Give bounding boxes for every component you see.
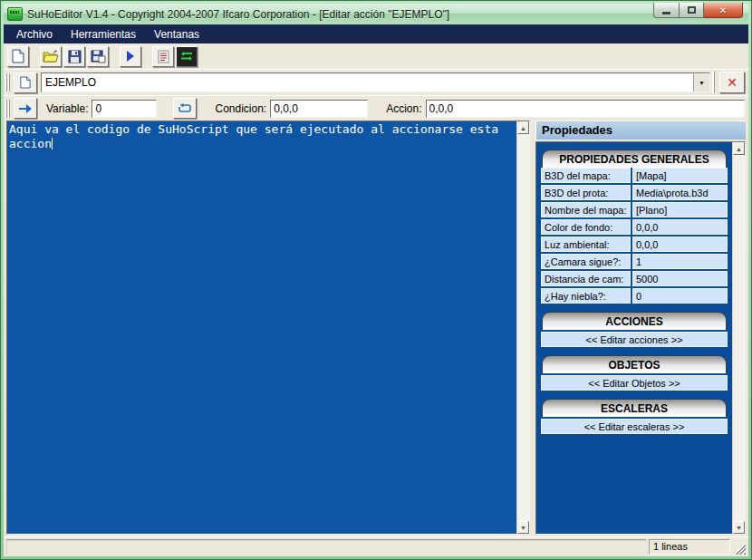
editor-scrollbar[interactable]: ▲ ▼ xyxy=(516,121,529,534)
rebar-gripper[interactable] xyxy=(5,100,10,118)
property-value[interactable]: Media\prota.b3d xyxy=(632,185,728,200)
save-as-button[interactable] xyxy=(87,46,109,67)
run-icon xyxy=(126,51,135,62)
code-editor[interactable]: Aqui va el codigo de SuHoScript que será… xyxy=(7,121,516,534)
property-value[interactable]: 1 xyxy=(632,254,728,269)
line-count: 1 lineas xyxy=(649,539,730,555)
property-value[interactable]: 0,0,0 xyxy=(632,237,728,252)
property-value[interactable]: 0 xyxy=(632,288,728,304)
property-row: Luz ambiental:0,0,0 xyxy=(541,237,728,252)
new-action-button[interactable] xyxy=(14,72,37,93)
minimize-icon xyxy=(662,12,670,14)
condicion-label: Condicion: xyxy=(215,102,266,115)
swap-arrows-icon xyxy=(180,51,193,62)
general-properties-header: PROPIEDADES GENERALES xyxy=(542,150,727,168)
property-value[interactable]: [Mapa] xyxy=(632,168,728,183)
titlebar[interactable]: SuHoEditor V1.4 - Copyright 2004-2007 If… xyxy=(4,4,748,24)
accion-label: Accion: xyxy=(386,102,421,115)
main-toolbar xyxy=(4,43,748,69)
status-message-panel xyxy=(6,539,646,555)
condicion-input[interactable] xyxy=(270,100,368,118)
script-log-icon xyxy=(158,50,169,63)
insert-arrow-icon xyxy=(19,104,32,113)
property-row: ¿Hay niebla?:0 xyxy=(541,288,728,304)
scroll-down-icon[interactable]: ▼ xyxy=(733,521,745,534)
minimize-button[interactable] xyxy=(653,3,680,18)
property-label: B3D del mapa: xyxy=(541,168,631,183)
dropdown-icon[interactable]: ▼ xyxy=(693,73,709,92)
action-bar-separator: ✕ xyxy=(714,72,745,93)
property-row: B3D del mapa:[Mapa] xyxy=(541,168,728,183)
properties-column: Propiedades PROPIEDADES GENERALES B3D de… xyxy=(535,121,746,535)
swap-button[interactable] xyxy=(176,46,198,67)
section-header: ESCALERAS xyxy=(542,399,727,417)
open-button[interactable] xyxy=(40,46,62,67)
properties-scrollbar[interactable]: ▲ ▼ xyxy=(732,142,745,534)
app-logo-icon xyxy=(7,7,23,21)
main-area: Aqui va el codigo de SuHoScript que será… xyxy=(4,121,748,536)
menu-ventanas[interactable]: Ventanas xyxy=(145,26,208,43)
scroll-up-icon[interactable]: ▲ xyxy=(733,142,745,155)
menu-herramientas[interactable]: Herramientas xyxy=(62,26,145,43)
open-folder-icon xyxy=(43,50,59,63)
property-label: B3D del prota: xyxy=(541,185,631,200)
new-document-button[interactable] xyxy=(7,46,29,67)
section-edit-button[interactable]: << Editar Objetos >> xyxy=(541,375,728,391)
property-value[interactable]: 0,0,0 xyxy=(632,219,728,235)
maximize-icon xyxy=(688,6,696,14)
property-label: ¿Camara sigue?: xyxy=(541,254,631,269)
properties-sections: ACCIONES<< Editar acciones >>OBJETOS<< E… xyxy=(541,312,728,434)
variable-label: Variable: xyxy=(46,102,88,115)
action-bar: EJEMPLO ▼ ✕ xyxy=(4,69,748,95)
properties-panel: PROPIEDADES GENERALES B3D del mapa:[Mapa… xyxy=(535,141,746,535)
section-edit-button[interactable]: << Editar acciones >> xyxy=(541,332,728,347)
section-header: ACCIONES xyxy=(542,312,727,330)
property-row: B3D del prota:Media\prota.b3d xyxy=(541,185,728,200)
action-combo-value[interactable]: EJEMPLO xyxy=(42,73,693,92)
action-combobox[interactable]: EJEMPLO ▼ xyxy=(41,72,710,92)
property-row: ¿Camara sigue?:1 xyxy=(541,254,728,269)
rebar-gripper[interactable] xyxy=(5,73,10,92)
resize-grip[interactable] xyxy=(733,542,746,555)
delete-action-button[interactable]: ✕ xyxy=(719,72,745,93)
insert-variable-button[interactable] xyxy=(14,98,37,119)
property-label: ¿Hay niebla?: xyxy=(541,288,631,304)
section-objetos: OBJETOS<< Editar Objetos >> xyxy=(541,355,728,391)
section-edit-button[interactable]: << Editar escaleras >> xyxy=(541,419,728,434)
accion-input[interactable] xyxy=(426,100,745,118)
run-button[interactable] xyxy=(120,46,141,67)
save-button[interactable] xyxy=(63,46,85,67)
loop-icon xyxy=(178,103,191,113)
save-as-icon xyxy=(91,50,106,63)
menubar: Archivo Herramientas Ventanas xyxy=(4,24,748,43)
property-label: Luz ambiental: xyxy=(541,237,631,252)
scroll-up-icon[interactable]: ▲ xyxy=(517,121,529,134)
loop-button[interactable] xyxy=(173,98,197,119)
text-caret xyxy=(52,138,53,150)
script-log-button[interactable] xyxy=(152,46,174,67)
variable-input[interactable] xyxy=(92,100,157,118)
property-row: Distancia de cam:5000 xyxy=(541,271,728,286)
property-row: Color de fondo:0,0,0 xyxy=(541,219,728,235)
maximize-button[interactable] xyxy=(680,3,704,18)
properties-table: B3D del mapa:[Mapa]B3D del prota:Media\p… xyxy=(541,168,728,304)
property-value[interactable]: 5000 xyxy=(632,271,728,286)
save-icon xyxy=(68,50,82,63)
property-row: Nombre del mapa:[Plano] xyxy=(541,202,728,217)
scroll-down-icon[interactable]: ▼ xyxy=(517,521,529,534)
properties-caption: Propiedades xyxy=(535,121,746,140)
new-document-icon xyxy=(12,49,24,63)
variable-bar: Variable: Condicion: Accion: xyxy=(4,95,748,121)
section-escaleras: ESCALERAS<< Editar escaleras >> xyxy=(541,399,728,434)
app-window: SuHoEditor V1.4 - Copyright 2004-2007 If… xyxy=(0,0,752,560)
property-label: Color de fondo: xyxy=(541,219,631,235)
close-button[interactable]: ✕ xyxy=(704,3,743,18)
property-value[interactable]: [Plano] xyxy=(632,202,728,217)
editor-column: Aqui va el codigo de SuHoScript que será… xyxy=(6,121,530,535)
code-text: Aqui va el codigo de SuHoScript que será… xyxy=(9,122,506,150)
property-label: Nombre del mapa: xyxy=(541,202,631,217)
menu-archivo[interactable]: Archivo xyxy=(7,26,62,43)
window-body: EJEMPLO ▼ ✕ Variable: Condicion: Accion: xyxy=(4,43,748,556)
properties-content: PROPIEDADES GENERALES B3D del mapa:[Mapa… xyxy=(536,142,732,534)
window-controls: ✕ xyxy=(653,3,743,18)
